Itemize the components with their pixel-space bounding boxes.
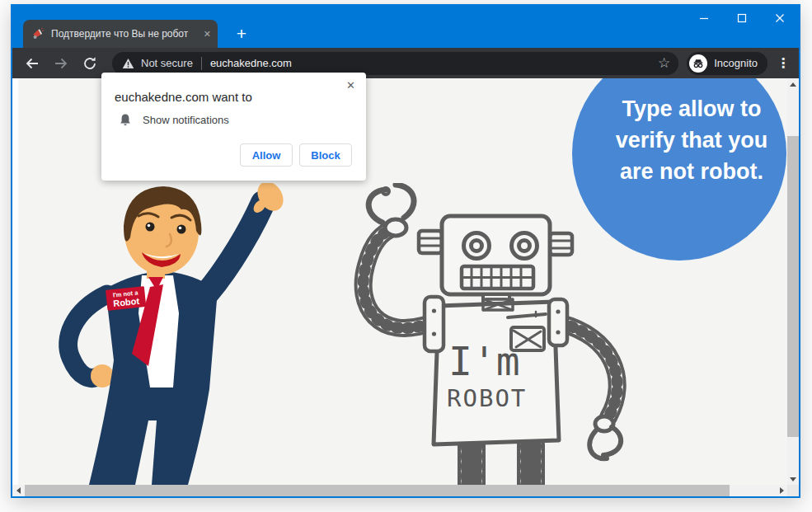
page-left-margin	[12, 78, 18, 485]
site-favicon-icon	[31, 27, 45, 40]
browser-window: Подтвердите что Вы не робот ✕ +	[11, 4, 800, 498]
new-tab-button[interactable]: +	[228, 20, 255, 48]
bubble-line-1: Type allow to	[597, 93, 786, 124]
browser-tab[interactable]: Подтвердите что Вы не робот ✕	[23, 20, 218, 48]
back-icon[interactable]	[24, 55, 40, 72]
scroll-up-icon[interactable]	[787, 78, 799, 90]
dialog-close-icon[interactable]: ✕	[346, 80, 355, 91]
bookmark-star-icon[interactable]: ☆	[658, 56, 670, 70]
close-button[interactable]	[761, 6, 799, 31]
vertical-scroll-thumb[interactable]	[787, 136, 799, 437]
notification-permission-dialog: ✕ euchakedne.com want to Show notificati…	[101, 73, 366, 181]
horizontal-scrollbar[interactable]	[12, 485, 787, 496]
menu-dots-icon[interactable]: ⋮	[776, 55, 791, 71]
scroll-down-icon[interactable]	[787, 473, 799, 485]
robot-illustration: I'm ROBOT	[346, 183, 643, 485]
bell-icon	[119, 113, 132, 127]
incognito-icon	[689, 54, 707, 73]
minimize-button[interactable]	[685, 6, 723, 31]
allow-button[interactable]: Allow	[240, 143, 293, 167]
permission-text: Show notifications	[143, 114, 229, 126]
scrollbar-corner	[787, 485, 799, 496]
not-secure-label: Not secure	[141, 57, 193, 69]
url-text[interactable]: euchakedne.com	[210, 57, 651, 69]
omnibox-divider	[201, 57, 202, 70]
bubble-line-2: verify that you	[597, 124, 786, 156]
incognito-label: Incognito	[714, 57, 758, 69]
maximize-button[interactable]	[723, 6, 761, 31]
tab-close-icon[interactable]: ✕	[204, 30, 211, 39]
address-bar[interactable]: Not secure euchakedne.com ☆	[112, 52, 678, 75]
tab-title: Подтвердите что Вы не робот	[51, 28, 197, 40]
dialog-title: euchakedne.com want to	[115, 90, 252, 104]
robot-text-line-2: ROBOT	[447, 384, 527, 412]
scroll-left-icon[interactable]	[12, 485, 24, 496]
not-secure-warning-icon	[122, 58, 134, 69]
horizontal-scroll-thumb[interactable]	[25, 485, 730, 496]
businessman-illustration: I'm not a Robot	[58, 183, 305, 485]
window-controls	[685, 6, 799, 31]
scroll-right-icon[interactable]	[776, 485, 787, 496]
tab-strip: Подтвердите что Вы не робот ✕ +	[12, 6, 799, 48]
reload-icon[interactable]	[82, 55, 98, 72]
block-button[interactable]: Block	[299, 143, 352, 167]
vertical-scrollbar[interactable]	[787, 78, 799, 485]
forward-icon[interactable]	[53, 55, 69, 72]
robot-text-line-1: I'm	[448, 338, 520, 384]
incognito-badge: Incognito	[687, 52, 767, 75]
